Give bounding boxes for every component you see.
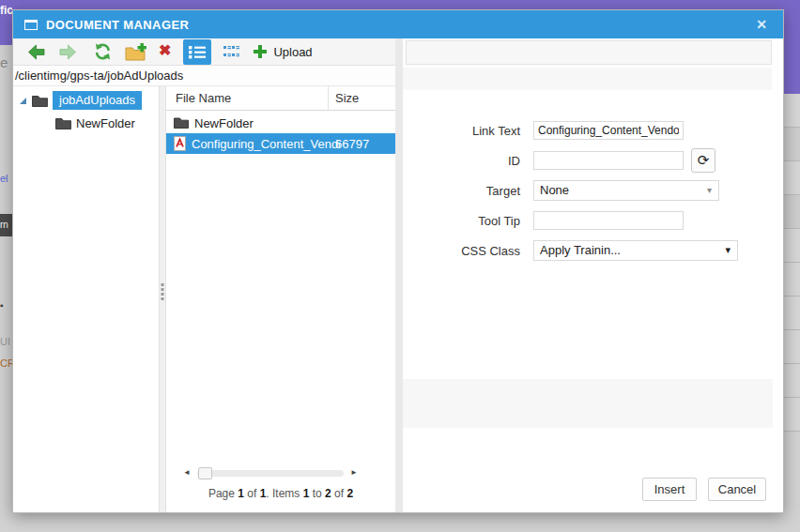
background-table-rows (784, 94, 800, 432)
chevron-down-icon[interactable]: ▾ (707, 186, 712, 195)
background-header-strip (0, 0, 800, 9)
dialog-titlebar[interactable]: DOCUMENT MANAGER ✕ (13, 10, 783, 38)
delete-button[interactable]: ✖ (159, 39, 171, 65)
splitter-grip-icon[interactable] (162, 283, 164, 300)
background-text-fragment: CRI (0, 357, 12, 369)
address-path: /clientimg/gps-ta/jobAdUploads (13, 66, 395, 86)
link-text-input[interactable] (533, 121, 684, 140)
properties-panel: Link Text ID ⟳ Target None ▾ Tool Tip (403, 38, 783, 512)
scrollbar-track[interactable] (197, 470, 344, 477)
file-list-header: File Name Size (166, 86, 395, 111)
target-label: Target (403, 184, 520, 198)
upload-label: Upload (273, 45, 312, 59)
file-toolbar: ✖ (13, 38, 395, 66)
screen: fic e el rn ▪ UI CRI DOCUMENT MANAGER ✕ (0, 0, 800, 532)
folder-icon (174, 117, 189, 129)
background-header-right (784, 0, 800, 94)
list-properties-splitter[interactable] (395, 38, 403, 512)
tree-list-splitter[interactable] (159, 86, 166, 512)
form-row-id: ID ⟳ (403, 148, 715, 173)
form-row-link-text: Link Text (403, 118, 684, 143)
file-list-empty-area (166, 154, 395, 465)
folder-icon (55, 117, 71, 129)
background-text-fragment: UI (0, 336, 12, 347)
background-text-fragment: fic (0, 4, 12, 17)
tree-expand-icon[interactable] (20, 98, 26, 104)
target-value: None (540, 183, 569, 197)
file-name[interactable]: NewFolder (194, 116, 254, 130)
horizontal-scrollbar[interactable]: ◄ ► (166, 465, 395, 480)
grid-view-icon (223, 45, 239, 59)
tree-item-jobadUploads[interactable]: jobAdUploads (13, 90, 159, 111)
column-header-file-name[interactable]: File Name (176, 91, 231, 105)
file-rows: NewFolder (166, 111, 395, 154)
background-link-fragment: el (0, 173, 12, 184)
tree-item-label[interactable]: NewFolder (76, 116, 135, 130)
chevron-down-icon[interactable]: ▾ (725, 245, 731, 255)
forward-arrow-icon (58, 44, 77, 60)
tree-item-newfolder[interactable]: NewFolder (13, 113, 159, 133)
properties-footer-placeholder (403, 379, 773, 428)
scroll-right-icon[interactable]: ► (350, 469, 358, 477)
css-class-label: CSS Class (403, 244, 520, 258)
id-label: ID (403, 154, 520, 168)
background-text-fragment: e (0, 54, 12, 70)
close-icon[interactable]: ✕ (751, 17, 772, 32)
tool-tip-input[interactable] (533, 211, 684, 230)
new-folder-button[interactable] (125, 39, 146, 65)
refresh-button[interactable] (93, 39, 113, 65)
upload-button[interactable]: Upload (253, 39, 312, 65)
folder-tree: jobAdUploads NewFolder (13, 86, 159, 512)
folder-icon (32, 95, 48, 107)
column-header-size[interactable]: Size (335, 91, 359, 105)
grid-view-button[interactable] (218, 39, 244, 65)
properties-toolbar-placeholder (406, 40, 772, 65)
document-manager-dialog: DOCUMENT MANAGER ✕ (12, 9, 784, 513)
properties-header-placeholder (403, 68, 772, 90)
pdf-file-icon (174, 136, 186, 151)
form-row-css-class: CSS Class Apply Trainin... ▾ (403, 238, 738, 263)
form-row-tool-tip: Tool Tip (403, 208, 684, 233)
list-view-icon (189, 45, 206, 59)
target-dropdown[interactable]: None ▾ (533, 180, 719, 201)
link-text-label: Link Text (403, 124, 520, 138)
id-refresh-button[interactable]: ⟳ (691, 148, 715, 173)
explorer-panes: jobAdUploads NewFolder (13, 86, 395, 512)
file-row-selected[interactable]: Configuring_Content_Vendo 66797 (166, 133, 395, 154)
background-button-fragment: rn (0, 214, 12, 236)
css-class-dropdown[interactable]: Apply Trainin... ▾ (533, 240, 738, 261)
upload-plus-icon (253, 44, 268, 59)
pagination-status: Page 1 of 1. Items 1 to 2 of 2 (166, 480, 395, 512)
tree-item-label[interactable]: jobAdUploads (53, 91, 142, 110)
dialog-title: DOCUMENT MANAGER (46, 18, 189, 32)
cancel-button[interactable]: Cancel (708, 478, 766, 501)
back-arrow-icon (27, 44, 46, 60)
delete-icon: ✖ (159, 43, 171, 58)
explorer-section: ✖ (13, 38, 395, 512)
window-icon (24, 20, 38, 30)
id-input[interactable] (533, 151, 684, 170)
forward-button[interactable] (58, 39, 77, 65)
dialog-body: ✖ (13, 38, 783, 512)
back-button[interactable] (27, 39, 46, 65)
background-icon-fragment: ▪ (0, 300, 12, 311)
file-row-newfolder[interactable]: NewFolder (166, 113, 395, 133)
form-row-target: Target None ▾ (403, 178, 719, 203)
file-size: 66797 (335, 137, 369, 151)
list-view-button[interactable] (183, 39, 211, 65)
new-folder-icon (125, 43, 146, 61)
file-list: File Name Size NewFolder (166, 86, 395, 512)
insert-button[interactable]: Insert (642, 478, 697, 501)
column-divider[interactable] (328, 86, 329, 110)
scrollbar-thumb[interactable] (198, 467, 212, 479)
background-header-left: fic (0, 0, 12, 45)
refresh-icon (93, 42, 113, 61)
css-class-value: Apply Trainin... (540, 243, 621, 257)
file-name[interactable]: Configuring_Content_Vendo (192, 137, 340, 151)
scroll-left-icon[interactable]: ◄ (183, 469, 191, 477)
tool-tip-label: Tool Tip (403, 214, 520, 228)
refresh-circle-icon: ⟳ (698, 152, 710, 168)
